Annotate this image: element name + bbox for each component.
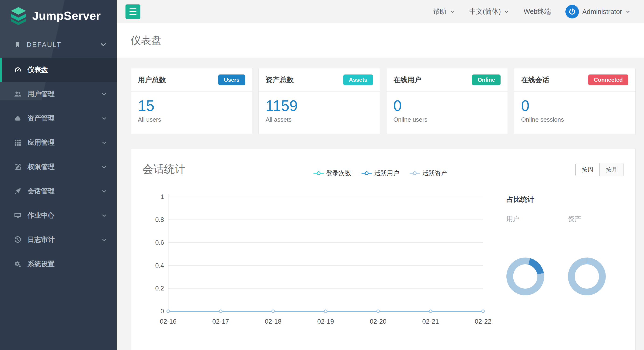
sidebar-item-sessions[interactable]: 会话管理 [0, 179, 116, 203]
card-subtitle: Online users [394, 116, 501, 123]
svg-text:02-17: 02-17 [212, 318, 229, 325]
grid-icon [14, 139, 22, 146]
range-button-week[interactable]: 按周 [576, 163, 600, 176]
chevron-down-icon [102, 92, 107, 97]
chevron-down-icon [102, 140, 107, 145]
legend-marker-icon [410, 171, 420, 176]
sidebar-item-label: 系统设置 [28, 259, 54, 269]
chevron-down-icon [102, 237, 107, 243]
donut-charts: 用户资产 [506, 215, 624, 295]
card-value: 0 [394, 98, 501, 114]
power-icon [568, 8, 576, 16]
card-body: 0Online users [386, 92, 508, 134]
card-value: 0 [521, 98, 628, 114]
sidebar-item-label: 权限管理 [28, 162, 54, 172]
card-body: 15All users [131, 92, 252, 134]
svg-text:0.4: 0.4 [155, 262, 164, 269]
history-icon [14, 236, 22, 243]
card-body: 0Online sessions [514, 92, 635, 134]
card-header: 资产总数Assets [259, 68, 380, 92]
sidebar-item-assets[interactable]: 资产管理 [0, 106, 116, 131]
range-button-month[interactable]: 按月 [600, 163, 624, 176]
svg-text:02-22: 02-22 [475, 318, 492, 325]
chevron-down-icon [102, 213, 107, 218]
card-badge: Users [218, 75, 245, 85]
chevron-down-icon [102, 189, 107, 194]
range-toggle: 按周按月 [576, 163, 624, 176]
legend-label: 活跃用户 [374, 169, 399, 177]
content: 用户总数Users15All users资产总数Assets1159All as… [116, 58, 644, 350]
chart-legend: 登录次数活跃用户活跃资产 [314, 169, 447, 177]
summary-card-total-users: 用户总数Users15All users [130, 68, 252, 134]
svg-text:0.2: 0.2 [155, 285, 164, 292]
org-label: DEFAULT [26, 41, 61, 49]
card-subtitle: All users [138, 116, 245, 123]
sidebar-item-users[interactable]: 用户管理 [0, 82, 116, 106]
cloud-icon [14, 115, 22, 122]
svg-text:1: 1 [160, 193, 164, 200]
gauge-icon [14, 66, 22, 74]
card-subtitle: All assets [266, 116, 373, 123]
svg-text:02-16: 02-16 [160, 318, 176, 325]
card-body: 1159All assets [259, 92, 380, 134]
rocket-icon [14, 187, 22, 195]
help-label: 帮助 [433, 7, 446, 16]
ratio-column-users: 用户 [506, 215, 546, 295]
username: Administrator [582, 8, 622, 16]
main-area: 帮助 中文(简体) Web终端 Adminis [116, 0, 644, 350]
web-terminal-label: Web终端 [524, 7, 551, 16]
svg-text:02-19: 02-19 [317, 318, 334, 325]
bookmark-icon [14, 41, 21, 48]
language-menu[interactable]: 中文(简体) [469, 7, 509, 16]
sidebar-item-dashboard[interactable]: 仪表盘 [0, 58, 116, 82]
summary-cards-row: 用户总数Users15All users资产总数Assets1159All as… [130, 68, 636, 134]
sidebar-item-label: 应用管理 [28, 138, 54, 147]
svg-text:02-21: 02-21 [422, 318, 439, 325]
sidebar-item-job-center[interactable]: 作业中心 [0, 203, 116, 228]
legend-item[interactable]: 活跃用户 [362, 169, 399, 177]
session-panel-header: 会话统计 登录次数活跃用户活跃资产 按周按月 [142, 162, 624, 177]
sidebar-item-label: 作业中心 [28, 211, 54, 220]
card-subtitle: Online sessions [521, 116, 628, 123]
sidebar-item-label: 用户管理 [28, 89, 54, 99]
legend-item[interactable]: 活跃资产 [410, 169, 447, 177]
card-title: 在线用户 [394, 75, 422, 85]
sidebar-item-label: 会话管理 [28, 187, 54, 196]
legend-item[interactable]: 登录次数 [314, 169, 351, 177]
legend-marker-icon [362, 171, 372, 176]
summary-card-online-users: 在线用户Online0Online users [386, 68, 508, 134]
chevron-down-icon [102, 164, 107, 170]
sidebar-item-log-audit[interactable]: 日志审计 [0, 228, 116, 252]
ratio-column-assets: 资产 [568, 215, 608, 295]
logo[interactable]: JumpServer [0, 0, 116, 32]
org-selector[interactable]: DEFAULT [0, 32, 116, 58]
card-header: 在线用户Online [386, 68, 508, 92]
logo-text: JumpServer [32, 9, 101, 23]
user-menu[interactable]: Administrator [566, 5, 630, 19]
sidebar-item-permissions[interactable]: 权限管理 [0, 155, 116, 179]
gears-icon [14, 260, 22, 268]
web-terminal-link[interactable]: Web终端 [524, 7, 551, 16]
users-icon [14, 90, 22, 98]
sidebar-item-label: 资产管理 [28, 114, 54, 123]
ratio-label-assets: 资产 [568, 215, 608, 223]
card-badge: Connected [588, 75, 628, 85]
help-menu[interactable]: 帮助 [433, 7, 455, 16]
topbar-right: 帮助 中文(简体) Web终端 Adminis [433, 5, 630, 19]
chevron-down-icon [102, 116, 107, 121]
svg-text:0.8: 0.8 [155, 216, 164, 223]
svg-text:0.6: 0.6 [155, 239, 164, 246]
chevron-down-icon [450, 9, 455, 14]
svg-text:02-18: 02-18 [265, 318, 282, 325]
sidebar-menu: 仪表盘用户管理资产管理应用管理权限管理会话管理作业中心日志审计系统设置 [0, 58, 116, 276]
sidebar-toggle-button[interactable] [126, 5, 140, 19]
card-value: 1159 [266, 98, 373, 114]
sidebar-item-applications[interactable]: 应用管理 [0, 131, 116, 155]
card-title: 在线会话 [521, 75, 549, 85]
summary-card-online-sessions: 在线会话Connected0Online sessions [514, 68, 636, 134]
ratio-section: 占比统计 用户资产 [496, 184, 624, 331]
session-panel-body: 00.20.40.60.8102-1602-1702-1802-1902-200… [142, 184, 624, 331]
language-label: 中文(简体) [469, 7, 501, 16]
avatar[interactable] [566, 5, 579, 19]
sidebar-item-system-settings[interactable]: 系统设置 [0, 252, 116, 276]
